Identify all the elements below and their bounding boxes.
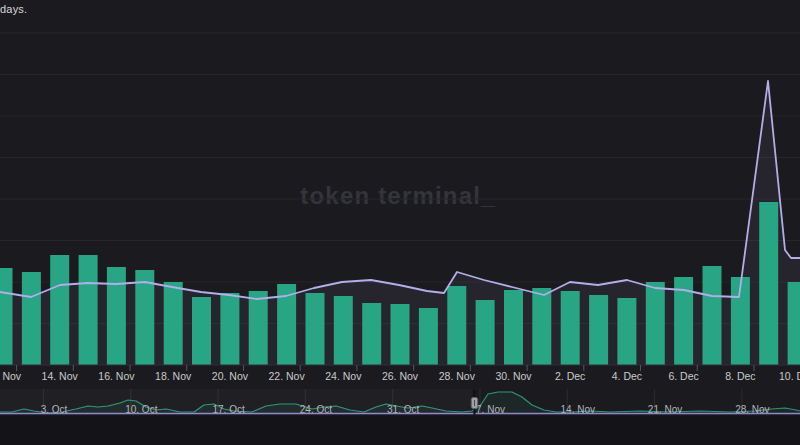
x-axis-label: 22. Nov <box>269 370 306 382</box>
bar-19-nov[interactable] <box>192 297 211 365</box>
x-axis-label: 8. Dec <box>725 370 755 382</box>
bar-28-nov[interactable] <box>447 286 466 365</box>
x-axis-label: 30. Nov <box>495 370 532 382</box>
bar-2-dec[interactable] <box>561 291 580 365</box>
bar-9-dec[interactable] <box>759 202 778 365</box>
bar-21-nov[interactable] <box>249 291 268 365</box>
line-series[interactable] <box>0 81 800 299</box>
bar-10-dec[interactable] <box>788 282 800 365</box>
bar-16-nov[interactable] <box>107 267 126 365</box>
x-axis-label: 24. Nov <box>325 370 362 382</box>
x-axis-label: 12. Nov <box>0 370 22 382</box>
bar-26-nov[interactable] <box>391 304 410 365</box>
navigator-unselected-mask <box>0 389 472 414</box>
bar-7-dec[interactable] <box>703 266 722 365</box>
bar-15-nov[interactable] <box>79 255 98 365</box>
bar-17-nov[interactable] <box>135 270 154 365</box>
bar-29-nov[interactable] <box>476 300 495 365</box>
x-axis-label: 18. Nov <box>155 370 192 382</box>
x-axis-label: 4. Dec <box>612 370 642 382</box>
bar-1-dec[interactable] <box>532 288 551 365</box>
chart-canvas: 12. Nov14. Nov16. Nov18. Nov20. Nov22. N… <box>0 0 800 445</box>
x-axis-label: 2. Dec <box>555 370 585 382</box>
x-axis-label: 16. Nov <box>98 370 135 382</box>
bottom-strip <box>0 416 800 445</box>
bar-13-nov[interactable] <box>22 272 41 365</box>
bar-25-nov[interactable] <box>362 303 381 365</box>
token-terminal-chart-screen: days. token terminal_ 12. Nov14. Nov16. … <box>0 0 800 445</box>
bar-24-nov[interactable] <box>334 296 353 365</box>
x-axis-label: 10. Dec <box>779 370 800 382</box>
bar-30-nov[interactable] <box>504 290 523 365</box>
bar-5-dec[interactable] <box>646 282 665 365</box>
bar-12-nov[interactable] <box>0 268 13 365</box>
bar-23-nov[interactable] <box>306 293 325 365</box>
bar-3-dec[interactable] <box>589 295 608 365</box>
bar-14-nov[interactable] <box>50 255 69 365</box>
x-axis-label: 6. Dec <box>668 370 698 382</box>
x-axis-label: 14. Nov <box>42 370 79 382</box>
bar-27-nov[interactable] <box>419 308 438 365</box>
x-axis-label: 28. Nov <box>439 370 476 382</box>
x-axis-label: 26. Nov <box>382 370 419 382</box>
bar-4-dec[interactable] <box>617 298 636 365</box>
bar-18-nov[interactable] <box>164 282 183 365</box>
bar-20-nov[interactable] <box>220 293 239 365</box>
x-axis-label: 20. Nov <box>212 370 249 382</box>
